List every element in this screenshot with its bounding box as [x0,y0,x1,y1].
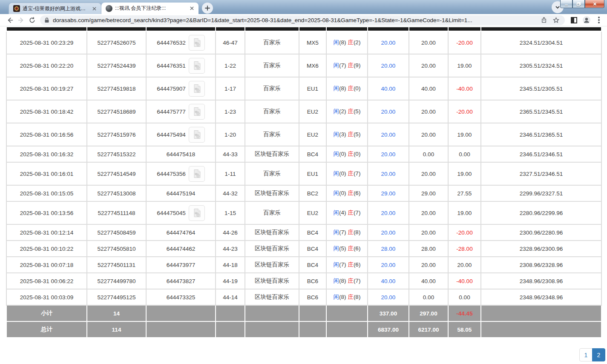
total-bet: 6837.00 [368,321,409,338]
page-content: 2025-08-31 00:23:29 522774526075 6444765… [0,26,607,361]
subtotal-valid: 297.00 [409,305,448,321]
url-text[interactable]: dorasabs.com/game/betrecord_search/kind3… [53,17,537,23]
video-replay-icon[interactable] [189,81,205,97]
banker-count: (7) [354,170,361,177]
back-icon[interactable] [4,14,15,26]
bet-id: 522774526075 [87,31,146,54]
subtotal-count: 14 [87,305,146,321]
table-code: MX5 [299,31,326,54]
game-name: 百家乐 [245,201,299,224]
video-replay-icon[interactable] [189,166,205,182]
player-count: (0) [339,190,346,196]
banker-count: (0) [354,151,361,157]
browser-tab-tongbao[interactable]: 通宝-信誉最好的网上游戏平台 [9,3,101,14]
bet-id: 522774513008 [87,185,146,201]
bookmark-star-icon[interactable] [551,15,561,25]
reload-icon[interactable] [26,14,37,26]
new-tab-button[interactable] [202,3,213,14]
bet-time: 2025-08-31 00:23:29 [6,31,87,54]
table-code: MX6 [299,54,326,77]
player-label: 闲 [334,245,339,252]
win-loss: -20.00 [448,100,481,123]
result-cell: 闲(7) 庄(8) [326,224,368,241]
bet-id: 522774511148 [87,201,146,224]
valid-amount: 20.00 [409,54,448,77]
win-loss: 19.00 [448,123,481,146]
player-label: 闲 [334,131,339,138]
valid-amount: 20.00 [409,162,448,185]
round-number: 1-23 [216,100,245,123]
close-button[interactable] [585,0,604,8]
profile-avatar-icon[interactable] [582,16,591,24]
valid-amount: 20.00 [409,31,448,54]
bet-time: 2025-08-31 00:15:05 [6,185,87,201]
minimize-button[interactable] [560,0,572,8]
bet-time: 2025-08-31 00:16:32 [6,146,87,162]
banker-label: 庄 [348,190,354,196]
round-number: 1-17 [216,77,245,100]
page-button-1[interactable]: 1 [579,348,593,361]
share-icon[interactable] [539,15,549,25]
total-label: 总计 [6,321,87,338]
bet-amount: 20.00 [368,162,409,185]
address-bar[interactable]: dorasabs.com/game/betrecord_search/kind3… [40,15,565,25]
subtotal-winloss: -44.45 [448,305,481,321]
page-button-2[interactable]: 2 [592,348,605,361]
player-count: (8) [339,294,346,300]
video-replay-icon[interactable] [189,35,205,51]
game-id: 644474462 [167,246,196,252]
extension-icon[interactable] [571,17,577,23]
game-name: 区块链百家乐 [245,289,299,305]
balance: 2345.51/2305.51 [481,77,601,100]
table-header-strip [6,27,601,31]
game-name: 百家乐 [245,123,299,146]
banker-label: 庄 [348,151,354,157]
game-id-cell: 644475494 [146,123,216,146]
restore-button[interactable] [572,0,585,8]
tongbao-favicon-icon [13,5,20,12]
player-count: (0) [339,151,346,157]
tab-close-icon[interactable] [91,5,98,12]
bet-amount: 28.00 [368,241,409,257]
tab-close-icon[interactable] [188,5,195,12]
browser-tab-betrecord[interactable]: :::视讯 会员下注纪录::: [101,3,198,14]
banker-count: (8) [354,229,361,235]
video-replay-icon[interactable] [189,205,205,221]
game-id-cell: 644475418 [146,146,216,162]
player-count: (7) [339,62,346,69]
round-number: 44-26 [216,224,245,241]
bet-id: 522774508459 [87,224,146,241]
win-loss: -20.00 [448,31,481,54]
video-replay-icon[interactable] [189,58,205,74]
banker-label: 庄 [348,131,354,138]
forward-icon[interactable] [15,14,26,26]
valid-amount: 20.00 [409,224,448,241]
win-loss: 19.00 [448,54,481,77]
table-code: BC4 [299,257,326,273]
game-id-cell: 644473325 [146,289,216,305]
banker-count: (0) [354,85,361,92]
bet-time: 2025-08-31 00:18:42 [6,100,87,123]
video-replay-icon[interactable] [189,104,205,120]
bet-amount: 29.00 [368,185,409,201]
browser-menu-icon[interactable] [595,17,603,23]
table-code: BC6 [299,289,326,305]
bet-time: 2025-08-31 00:07:18 [6,257,87,273]
bet-time: 2025-08-31 00:16:01 [6,162,87,185]
bet-id: 522774505810 [87,241,146,257]
valid-amount: 28.00 [409,241,448,257]
player-label: 闲 [334,278,339,284]
game-id-cell: 644476351 [146,54,216,77]
game-id-cell: 644475194 [146,185,216,201]
bet-time: 2025-08-31 00:13:56 [6,201,87,224]
round-number: 44-23 [216,241,245,257]
table-row: 2025-08-31 00:18:42 522774518689 6444757… [6,100,601,123]
video-replay-icon[interactable] [189,127,205,143]
game-id: 644473977 [167,262,196,268]
game-id: 644475494 [157,132,186,138]
player-count: (4) [339,209,346,216]
balance: 2327.51/2346.51 [481,162,601,185]
subtotal-row: 小计 14 337.00 297.00 -44.45 [6,305,601,321]
game-id: 644475194 [167,190,196,197]
bet-time: 2025-08-31 00:19:27 [6,77,87,100]
